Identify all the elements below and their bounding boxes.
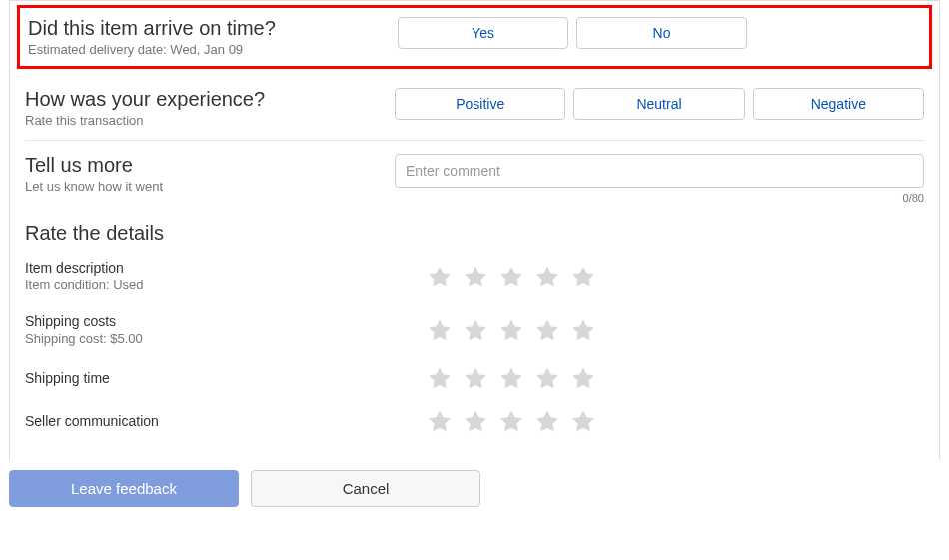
action-bar: Leave feedback Cancel <box>0 460 949 519</box>
star-icon[interactable] <box>536 266 558 287</box>
tellmore-subtitle: Let us know how it went <box>25 179 395 194</box>
star-icon[interactable] <box>429 319 451 341</box>
tell-us-more-section: Tell us more Let us know how it went 0/8… <box>25 141 924 206</box>
negative-button[interactable]: Negative <box>753 88 924 120</box>
rate-details-title: Rate the details <box>25 222 924 245</box>
feedback-panel: Did this item arrive on time? Estimated … <box>9 0 940 460</box>
details-rows: Item descriptionItem condition: UsedShip… <box>25 249 924 442</box>
detail-row: Shipping time <box>25 356 924 399</box>
detail-label: Item description <box>25 260 429 276</box>
star-icon[interactable] <box>536 319 558 341</box>
arrive-on-time-highlight: Did this item arrive on time? Estimated … <box>17 5 932 69</box>
detail-row: Item descriptionItem condition: Used <box>25 249 924 302</box>
star-icon[interactable] <box>429 367 451 389</box>
arrive-subtitle: Estimated delivery date: Wed, Jan 09 <box>28 42 398 57</box>
star-icon[interactable] <box>500 410 522 432</box>
detail-label: Seller communication <box>25 413 429 429</box>
star-rating <box>429 319 594 341</box>
star-icon[interactable] <box>465 410 486 432</box>
star-icon[interactable] <box>500 367 522 389</box>
experience-subtitle: Rate this transaction <box>25 113 395 128</box>
detail-sub: Item condition: Used <box>25 278 429 292</box>
experience-title: How was your experience? <box>25 88 395 111</box>
arrive-yes-button[interactable]: Yes <box>398 17 568 49</box>
char-count: 0/80 <box>903 192 924 204</box>
star-icon[interactable] <box>572 367 594 389</box>
star-icon[interactable] <box>500 319 522 341</box>
star-rating <box>429 367 594 389</box>
star-icon[interactable] <box>500 266 522 287</box>
leave-feedback-button[interactable]: Leave feedback <box>9 470 239 507</box>
arrive-title: Did this item arrive on time? <box>28 17 398 40</box>
star-rating <box>429 266 594 287</box>
experience-section: How was your experience? Rate this trans… <box>25 75 924 141</box>
star-icon[interactable] <box>429 410 451 432</box>
neutral-button[interactable]: Neutral <box>573 88 744 120</box>
arrive-no-button[interactable]: No <box>576 17 747 49</box>
star-icon[interactable] <box>465 367 486 389</box>
star-icon[interactable] <box>536 367 558 389</box>
star-icon[interactable] <box>465 266 486 287</box>
star-icon[interactable] <box>572 319 594 341</box>
detail-label: Shipping time <box>25 370 429 386</box>
detail-row: Seller communication <box>25 399 924 442</box>
star-icon[interactable] <box>465 319 486 341</box>
detail-sub: Shipping cost: $5.00 <box>25 331 429 346</box>
star-icon[interactable] <box>429 266 451 287</box>
tellmore-title: Tell us more <box>25 154 395 177</box>
star-rating <box>429 410 594 432</box>
star-icon[interactable] <box>572 410 594 432</box>
positive-button[interactable]: Positive <box>395 88 565 120</box>
detail-label: Shipping costs <box>25 313 429 329</box>
arrive-on-time-section: Did this item arrive on time? Estimated … <box>28 14 921 57</box>
cancel-button[interactable]: Cancel <box>251 470 480 507</box>
star-icon[interactable] <box>572 266 594 287</box>
star-icon[interactable] <box>536 410 558 432</box>
detail-row: Shipping costsShipping cost: $5.00 <box>25 302 924 356</box>
comment-input[interactable] <box>395 154 924 188</box>
